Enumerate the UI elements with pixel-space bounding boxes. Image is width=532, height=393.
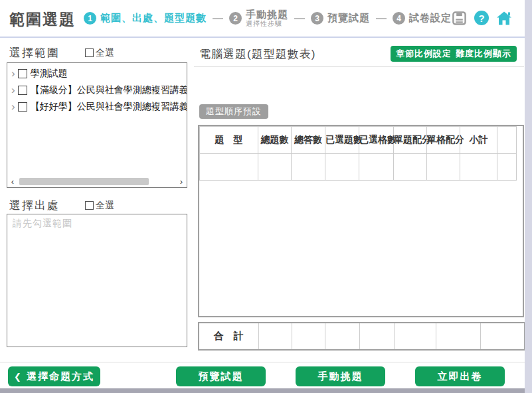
preview-questions-button[interactable]: 預覽試題 [176, 366, 266, 386]
scroll-left-icon[interactable]: ‹ [7, 176, 18, 187]
question-type-table-area: 題 型 總題數 總答數 已選題數 已選格數 單題配分 單格配分 小計 [198, 125, 524, 317]
header-bar: 範圍選題 1 範圍、出處、題型題數 2 手動挑題 選擇性步驟 3 預覽試題 [0, 0, 525, 38]
difficulty-ratio-button[interactable]: 難度比例顯示 [450, 46, 517, 62]
range-section-title: 選擇範圍 [9, 45, 60, 60]
source-select-all[interactable]: 全選 [85, 200, 114, 212]
col-points-per-question: 單題配分 [394, 127, 427, 154]
source-panel: 請先勾選範圍 [7, 214, 187, 347]
source-section-header: 選擇出處 全選 [9, 198, 114, 213]
step-1-number: 1 [84, 12, 96, 25]
range-tree-panel: › 學測試題 › 【滿級分】公民與社會學測總複習講義 素 › 【好好學】公民與社… [7, 62, 187, 188]
col-total-answers: 總答數 [292, 127, 325, 154]
step-3-number: 3 [311, 12, 323, 25]
help-icon[interactable]: ? [474, 10, 489, 26]
save-icon[interactable] [451, 10, 467, 26]
back-button-label: 選擇命題方式 [27, 370, 94, 383]
tree-item-checkbox[interactable] [18, 69, 27, 78]
step-2-manual-pick[interactable]: 2 手動挑題 選擇性步驟 [229, 9, 288, 28]
question-order-badge[interactable]: 題型順序預設 [199, 104, 268, 119]
total-row-table: 合 計 [198, 322, 525, 351]
col-question-type: 題 型 [200, 127, 258, 154]
total-row: 合 計 [199, 323, 525, 350]
header-icons: ? [451, 10, 512, 26]
range-tree: › 學測試題 › 【滿級分】公民與社會學測總複習講義 素 › 【好好學】公民與社… [7, 65, 187, 115]
step-2-label: 手動挑題 [246, 9, 288, 21]
step-connector [376, 18, 387, 19]
tree-item-full-score[interactable]: › 【滿級分】公民與社會學測總複習講義 素 [7, 82, 187, 98]
range-select-all-checkbox[interactable] [85, 48, 94, 57]
col-extra [497, 127, 517, 154]
step-1-range[interactable]: 1 範圍、出處、題型題數 [84, 12, 207, 25]
table-header-row: 題 型 總題數 總答數 已選題數 已選格數 單題配分 單格配分 小計 [200, 127, 517, 154]
step-2-number: 2 [229, 12, 242, 25]
table-empty-row [200, 154, 517, 181]
range-select-all-label: 全選 [96, 47, 114, 59]
step-connector [213, 18, 223, 19]
col-selected-blanks: 已選格數 [359, 127, 394, 154]
chapter-ratio-button[interactable]: 章節比例設定 [391, 46, 457, 62]
back-to-method-button[interactable]: ❮ 選擇命題方式 [8, 366, 100, 386]
back-chevron-icon: ❮ [14, 372, 23, 382]
computer-pick-title: 電腦選題(題型題數表) [199, 46, 315, 62]
page-right-margin [525, 0, 532, 393]
question-type-table: 題 型 總題數 總答數 已選題數 已選格數 單題配分 單格配分 小計 [199, 126, 517, 181]
step-4-number: 4 [393, 12, 405, 25]
col-points-per-blank: 單格配分 [427, 127, 460, 154]
horizontal-scrollbar[interactable]: ‹ › [7, 176, 187, 187]
manual-pick-button[interactable]: 手動挑題 [296, 366, 385, 386]
step-1-label: 範圍、出處、題型題數 [100, 12, 207, 25]
exam-builder-screen: 範圍選題 1 範圍、出處、題型題數 2 手動挑題 選擇性步驟 3 預覽試題 [0, 0, 532, 393]
step-2-sublabel: 選擇性步驟 [246, 20, 288, 27]
col-subtotal: 小計 [460, 127, 497, 154]
total-label-cell: 合 計 [199, 323, 258, 350]
step-3-preview[interactable]: 3 預覽試題 [311, 12, 370, 25]
source-select-all-label: 全選 [96, 200, 114, 212]
scrollbar-thumb[interactable] [19, 178, 149, 185]
generate-paper-button[interactable]: 立即出卷 [415, 366, 505, 386]
step-connector [294, 18, 305, 19]
tree-item-checkbox[interactable] [18, 102, 27, 112]
col-selected-questions: 已選題數 [325, 127, 359, 154]
source-placeholder: 請先勾選範圍 [13, 218, 72, 230]
tree-item-good-study[interactable]: › 【好好學】公民與社會學測總複習講義 素 [7, 98, 187, 115]
tree-item-checkbox[interactable] [18, 86, 27, 95]
col-total-questions: 總題數 [258, 127, 292, 154]
tree-item-gsat[interactable]: › 學測試題 [7, 65, 187, 82]
scrollbar-track[interactable] [18, 177, 176, 186]
expand-arrow-icon[interactable]: › [11, 68, 15, 79]
source-select-all-checkbox[interactable] [85, 201, 94, 210]
scroll-right-icon[interactable]: › [176, 176, 187, 187]
step-3-label: 預覽試題 [327, 12, 370, 25]
home-icon[interactable] [496, 10, 512, 26]
step-indicator: 1 範圍、出處、題型題數 2 手動挑題 選擇性步驟 3 預覽試題 4 試卷設定 [84, 0, 452, 37]
page-title: 範圍選題 [9, 9, 76, 30]
expand-arrow-icon[interactable]: › [11, 101, 15, 112]
expand-arrow-icon[interactable]: › [11, 84, 15, 96]
panel-divider [194, 66, 524, 67]
source-section-title: 選擇出處 [9, 198, 60, 213]
footer-divider [0, 362, 525, 362]
range-section-header: 選擇範圍 全選 [9, 45, 114, 60]
page-bottom-margin [0, 388, 525, 393]
range-select-all[interactable]: 全選 [85, 47, 114, 59]
step-4-label: 試卷設定 [409, 12, 452, 25]
step-4-paper-settings[interactable]: 4 試卷設定 [393, 12, 452, 25]
